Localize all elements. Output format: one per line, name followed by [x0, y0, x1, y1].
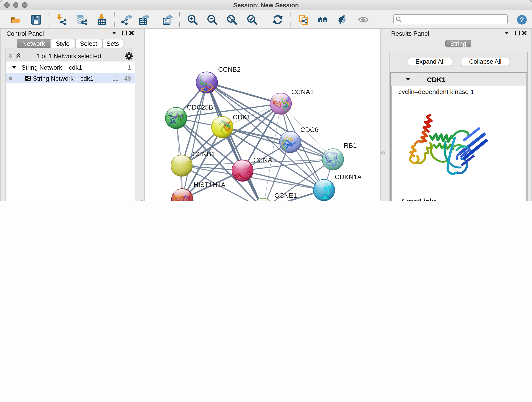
- svg-text:CDC6: CDC6: [300, 126, 318, 133]
- svg-text:CCNA1: CCNA1: [291, 88, 313, 95]
- svg-text:CDC25B: CDC25B: [187, 103, 213, 111]
- svg-text:HIST1H1A: HIST1H1A: [193, 181, 225, 188]
- svg-text:CDKN1A: CDKN1A: [335, 173, 361, 180]
- svg-text:CCNB1: CCNB1: [192, 150, 215, 157]
- svg-text:CCNE1: CCNE1: [274, 191, 297, 199]
- svg-text:?: ?: [520, 16, 524, 23]
- svg-text:CCNB2: CCNB2: [218, 65, 240, 73]
- svg-text:CDK1: CDK1: [233, 113, 250, 121]
- svg-text:CCNA2: CCNA2: [253, 156, 276, 163]
- svg-text:RB1: RB1: [344, 142, 356, 149]
